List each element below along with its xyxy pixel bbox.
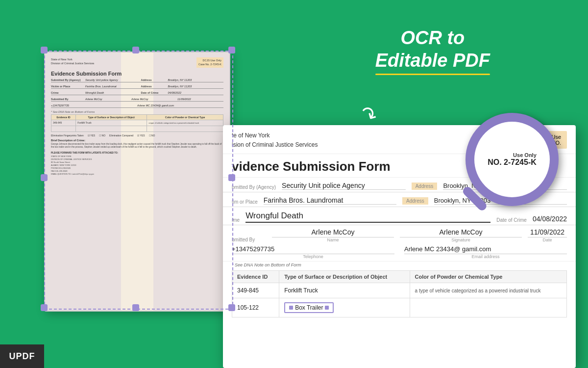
small-checkbox-row: Elimination Fingerprints Taken ☑ YES ☐ N…: [51, 134, 223, 137]
small-victim-row: Victim or Place Farinha Bros. Laundromat…: [51, 85, 223, 89]
large-sub-date-caption: Date: [528, 237, 567, 242]
large-form-title-text: vidence Submission Form: [232, 159, 391, 174]
large-phone-caption: Telephone: [232, 254, 394, 259]
large-victim-label: tim or Place: [232, 199, 258, 205]
large-sub-date-block: 11/09/2022 Date: [528, 228, 567, 242]
small-no1: ☐ NO: [99, 134, 105, 137]
large-agency-value: Security Unit police Agency: [282, 182, 406, 190]
selection-handle-tr[interactable]: [228, 47, 235, 53]
small-yes1: ☑ YES: [88, 134, 95, 137]
large-ev-color2: [410, 298, 566, 317]
large-crime-label: ime: [232, 217, 240, 223]
small-elim-label: Elimination Fingerprints Taken: [51, 134, 84, 137]
box-trailer-text: Box Trailer: [295, 304, 323, 311]
large-phone-block: +13475297735 Telephone: [232, 245, 394, 259]
selection-handle-ml[interactable]: [41, 174, 48, 181]
small-evidence-table: Evidence ID Type of Surface or Descripti…: [51, 114, 223, 132]
large-col-color: Color of Powder or Chemical Type: [410, 271, 566, 283]
magnifier: Use Only NO. 2-7245-K: [451, 113, 559, 221]
large-sub-name-caption: Name: [272, 237, 394, 242]
small-date-value: 04/08/2022: [168, 91, 224, 94]
small-sub2-label: Submitted By: [51, 98, 85, 101]
small-phone: +13475297735: [51, 104, 137, 107]
large-sub-sig: Arlene McCoy: [400, 228, 522, 237]
large-phone: +13475297735: [232, 245, 394, 254]
small-date-label: Date of Crime: [141, 91, 168, 94]
small-col-color: Color of Powder or Chemical Type: [147, 114, 223, 120]
small-ev-id2: [51, 126, 76, 131]
large-col-id: Evidence ID: [232, 271, 279, 283]
small-ev-obj1: Forklift Truck: [76, 120, 147, 126]
title-underline: [375, 74, 490, 75]
small-dcjs: DCJS Use Only: [198, 58, 221, 62]
small-brief-label: Brief Description of Crime:: [51, 139, 223, 142]
magnifier-glass: Use Only NO. 2-7245-K: [466, 113, 559, 206]
large-col-obj: Type of Surface or Description of Object: [279, 271, 410, 283]
small-doc-header-left: State of New York Division of Criminal J…: [51, 57, 94, 68]
large-agency-label: bmitted By (Agency): [232, 184, 276, 190]
small-submitted-value: Security Unit police Agency: [85, 79, 141, 81]
small-addr2-label: Address: [141, 85, 168, 88]
small-ev-color2: [147, 126, 223, 131]
large-email-block: Arlene MC 23434@ gamil.com Email address: [404, 245, 567, 259]
large-header-left: te of New York ision of Criminal Justice…: [232, 131, 318, 150]
large-sub-name-block: Arlene McCoy Name: [272, 228, 394, 242]
large-contact-row: +13475297735 Telephone Arlene MC 23434@ …: [223, 243, 576, 262]
large-evidence-row2: 105-122 Box Trailer: [232, 298, 567, 317]
small-contact-row: +13475297735 Arlene MC 23434@ gamil.com: [51, 104, 223, 108]
large-division: ision of Criminal Justice Services: [232, 140, 318, 150]
small-document: State of New York Division of Criminal J…: [44, 52, 230, 312]
small-crime-value: Wrongful Death: [85, 91, 141, 94]
small-brief-text: George Johnson disconnected the box trai…: [51, 143, 223, 149]
small-sub2-name: Arlene McCoy: [85, 98, 131, 101]
large-ev-obj2: Box Trailer: [279, 298, 410, 317]
magnifier-content: Use Only NO. 2-7245-K: [483, 147, 541, 172]
small-address-block: STATE OF NEW YORK DIVISION OF CRIMINAL J…: [51, 155, 223, 176]
ocr-title-line2: Editable PDF: [375, 50, 490, 71]
small-ev-color1: a type of vehicle categorized as a power…: [147, 120, 223, 126]
selection-handle-bl[interactable]: [41, 304, 48, 311]
large-submittedby-row: bmitted By Arlene McCoy Name Arlene McCo…: [223, 225, 576, 243]
small-yes2: ☑ YES: [137, 134, 145, 137]
small-submitted-label: Submitted By (Agency): [51, 79, 85, 81]
selection-handle-mr[interactable]: [228, 174, 235, 181]
small-victim-label: Victim or Place: [51, 85, 85, 88]
small-addr2-value: Brooklyn, NY 11203: [168, 85, 224, 88]
large-addr2-label: Address: [402, 197, 428, 205]
small-col-obj: Type of Surface or Description of Object: [76, 114, 147, 120]
small-sub2-date: 11/09/2022: [177, 98, 223, 101]
large-email-caption: Email address: [404, 254, 567, 259]
large-sub-date: 11/09/2022: [528, 228, 567, 237]
box-trailer-selection: Box Trailer: [284, 302, 334, 313]
small-sub2-sig: Arlene McCoy: [131, 98, 177, 101]
small-no2: ☐ NO: [149, 134, 155, 137]
small-submittedby2-row: Submitted By Arlene McCoy Arlene McCoy 1…: [51, 98, 223, 102]
selection-handle-br[interactable]: [228, 304, 235, 311]
selection-handle-bm[interactable]: [132, 304, 139, 311]
large-evidence-row1: 349-845 Forklift Truck a type of vehicle…: [232, 283, 567, 298]
small-addr-label: Address: [141, 79, 168, 81]
small-doc-title: Evidence Submission Form: [51, 71, 223, 77]
small-division: Division of Criminal Justice Services: [51, 61, 94, 65]
box-trailer-handle-left: [289, 306, 293, 310]
selection-handle-tl[interactable]: [41, 47, 48, 53]
small-evidence-row1: 349-845 Forklift Truck a type of vehicle…: [51, 120, 223, 126]
large-sub-sig-caption: Signature: [400, 237, 522, 242]
large-sub-label: bmitted By: [232, 237, 266, 242]
large-ev-obj1: Forklift Truck: [279, 283, 410, 298]
ocr-title: OCR to Editable PDF: [375, 27, 490, 75]
small-forward-label: PLEASE FORWARD THIS FORM WITH LATENTS AT…: [51, 152, 223, 154]
small-email: Arlene MC 23434@ gamil.com: [137, 104, 223, 107]
selection-handle-tm[interactable]: [132, 47, 139, 53]
small-crime-label: Crime: [51, 91, 85, 94]
small-addr-value1: Brooklyn, NY 11203: [168, 79, 224, 81]
large-addr-label: Address: [412, 183, 438, 190]
small-ev-id1: 349-845: [51, 120, 76, 126]
large-evidence-table: Evidence ID Type of Surface or Descripti…: [232, 270, 567, 317]
large-state: te of New York: [232, 131, 318, 140]
large-sub-sig-block: Arlene McCoy Signature: [400, 228, 522, 242]
large-ev-id1: 349-845: [232, 283, 279, 298]
magnifier-use-only: Use Only: [488, 152, 537, 158]
small-doc-header: State of New York Division of Criminal J…: [51, 57, 223, 68]
small-ev-obj2: [76, 126, 147, 131]
